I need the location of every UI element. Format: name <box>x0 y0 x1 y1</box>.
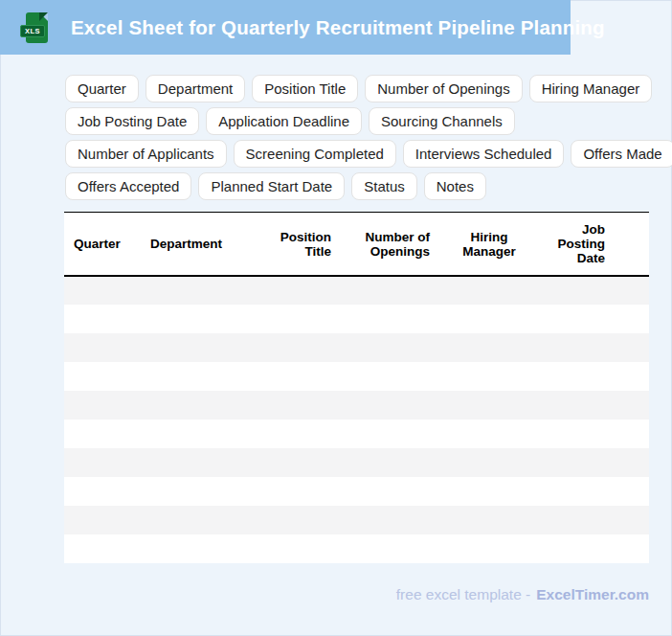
table-row <box>64 506 649 534</box>
table-row <box>64 420 649 448</box>
table-cell <box>252 276 341 305</box>
page: { "banner": { "title": "Excel Sheet for … <box>0 0 672 636</box>
table-cell <box>64 362 141 391</box>
table-cell <box>64 448 141 477</box>
table-cell <box>64 534 141 563</box>
table-cell <box>64 391 141 420</box>
footer-brand-link[interactable]: ExcelTimer.com <box>536 586 649 602</box>
table-body <box>64 276 649 563</box>
table-cell <box>252 391 341 420</box>
sheet-table: QuarterDepartmentPosition TitleNumber of… <box>64 212 649 563</box>
table-cell <box>141 333 252 362</box>
field-chip[interactable]: Department <box>146 75 245 102</box>
table-cell <box>539 333 615 362</box>
table-cell <box>252 448 341 477</box>
table-cell <box>341 276 439 305</box>
field-chip[interactable]: Interviews Scheduled <box>403 140 565 168</box>
table-cell <box>141 276 252 305</box>
table-cell <box>439 362 539 391</box>
table-cell <box>439 448 539 477</box>
xls-file-icon: XLS <box>26 12 48 43</box>
column-header: Department <box>141 213 252 277</box>
table-cell <box>615 448 649 477</box>
table-cell <box>439 534 539 563</box>
table-cell <box>252 305 341 333</box>
table-cell <box>439 305 539 333</box>
field-chip[interactable]: Number of Applicants <box>65 140 227 168</box>
field-chip[interactable]: Notes <box>424 172 486 200</box>
table-cell <box>439 333 539 362</box>
table-cell <box>141 305 252 333</box>
column-header: Application Deadline <box>615 213 649 277</box>
table-cell <box>539 391 615 420</box>
table-cell <box>341 534 439 563</box>
table-row <box>64 448 649 477</box>
footer-text: free excel template - <box>396 586 530 602</box>
table-cell <box>615 333 649 362</box>
table-cell <box>341 391 439 420</box>
table-cell <box>615 305 649 333</box>
table-cell <box>341 420 439 448</box>
field-chip[interactable]: Screening Completed <box>234 140 396 168</box>
field-chip[interactable]: Number of Openings <box>365 75 522 102</box>
table-cell <box>141 534 252 563</box>
table-cell <box>341 305 439 333</box>
table-header-row: QuarterDepartmentPosition TitleNumber of… <box>64 213 649 277</box>
table-cell <box>252 506 341 534</box>
table-cell <box>539 534 615 563</box>
table-cell <box>539 362 615 391</box>
column-header: Hiring Manager <box>439 213 539 277</box>
table-cell <box>539 420 615 448</box>
table-cell <box>615 477 649 506</box>
field-chips: QuarterDepartmentPosition TitleNumber of… <box>65 75 672 200</box>
table-cell <box>439 477 539 506</box>
table-row <box>64 333 649 362</box>
table-cell <box>615 362 649 391</box>
column-header: Position Title <box>252 213 341 277</box>
xls-badge: XLS <box>20 25 45 38</box>
table-cell <box>141 506 252 534</box>
column-header: Quarter <box>64 213 141 277</box>
field-chip[interactable]: Application Deadline <box>206 107 362 135</box>
table-cell <box>341 477 439 506</box>
table-cell <box>141 420 252 448</box>
table-cell <box>615 420 649 448</box>
table-cell <box>252 362 341 391</box>
table-cell <box>341 448 439 477</box>
table-cell <box>539 506 615 534</box>
column-header: Number of Openings <box>341 213 439 277</box>
table-cell <box>539 448 615 477</box>
field-chip[interactable]: Job Posting Date <box>65 107 199 135</box>
table-cell <box>252 333 341 362</box>
table-cell <box>615 506 649 534</box>
column-header: Job Posting Date <box>539 213 615 277</box>
field-chip[interactable]: Hiring Manager <box>529 75 653 102</box>
table-cell <box>64 420 141 448</box>
table-row <box>64 477 649 506</box>
table-cell <box>141 448 252 477</box>
table-cell <box>341 333 439 362</box>
table-cell <box>64 276 141 305</box>
field-chip[interactable]: Offers Made <box>571 140 672 168</box>
field-chip[interactable]: Sourcing Channels <box>369 107 515 135</box>
field-chip[interactable]: Status <box>351 172 417 200</box>
table-cell <box>141 477 252 506</box>
field-chip[interactable]: Planned Start Date <box>198 172 345 200</box>
file-fold-shadow <box>39 12 48 21</box>
table-cell <box>341 362 439 391</box>
field-chip[interactable]: Offers Accepted <box>65 172 191 200</box>
table-cell <box>615 276 649 305</box>
table-cell <box>252 477 341 506</box>
table-cell <box>64 477 141 506</box>
table-cell <box>615 391 649 420</box>
table-cell <box>252 534 341 563</box>
table-cell <box>439 420 539 448</box>
table-cell <box>439 506 539 534</box>
field-chip[interactable]: Position Title <box>252 75 358 102</box>
table-row <box>64 276 649 305</box>
table-row <box>64 534 649 563</box>
field-chip[interactable]: Quarter <box>65 75 139 102</box>
table-cell <box>439 276 539 305</box>
table-row <box>64 391 649 420</box>
footer: free excel template -ExcelTimer.com <box>396 586 649 603</box>
